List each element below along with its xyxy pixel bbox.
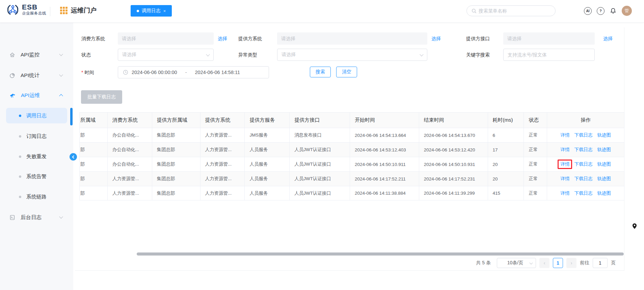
cell-consumer: 人力资源管... <box>108 172 152 186</box>
search-icon <box>472 8 477 14</box>
trace-link[interactable]: 轨迹图 <box>597 176 611 182</box>
chevron-up-icon <box>59 94 63 98</box>
sidebar-collapse-button[interactable] <box>70 153 77 161</box>
tab-call-logs[interactable]: 调用日志 × <box>131 5 172 17</box>
cell-service: JMS服务 <box>245 128 290 142</box>
status-select[interactable]: 请选择 <box>118 49 214 61</box>
bell-icon[interactable] <box>610 7 617 15</box>
sidebar-item-system-alerts[interactable]: 系统告警 <box>0 171 73 182</box>
esb-logo-icon <box>7 4 19 16</box>
provider-system-select-link[interactable]: 选择 <box>431 36 441 41</box>
detail-link[interactable]: 详情 <box>560 132 569 138</box>
sidebar-scrollbar-thumb[interactable] <box>70 108 73 125</box>
detail-link[interactable]: 详情 <box>560 190 569 196</box>
detail-link[interactable]: 详情 <box>560 147 569 153</box>
sidebar-item-retry-failed[interactable]: 失败重发 <box>0 151 73 162</box>
download-log-link[interactable]: 下载日志 <box>574 132 592 138</box>
prev-page-button[interactable]: ‹ <box>539 258 549 268</box>
col-provider-service: 提供方服务 <box>245 113 290 128</box>
col-provider-domain: 提供方所属域 <box>152 113 200 128</box>
consumer-system-select-link[interactable]: 选择 <box>218 36 227 41</box>
download-log-link[interactable]: 下载日志 <box>574 161 592 167</box>
exception-type-placeholder: 请选择 <box>281 52 420 58</box>
provider-api-label: 提供方接口 <box>466 32 490 45</box>
table-row[interactable]: 部 人力资源管... 集团总部 人力资源管... 人员服务 人员JWT认证接口 … <box>80 186 624 200</box>
cell-end: 2024-06-06 14:54:13.670 <box>419 128 488 142</box>
menu-search-input[interactable] <box>479 8 551 14</box>
bullet-dot-icon <box>19 135 21 138</box>
page-number-1[interactable]: 1 <box>553 258 563 268</box>
col-domain: 所属域 <box>80 113 108 128</box>
consumer-system-input[interactable] <box>118 32 214 45</box>
trace-link[interactable]: 轨迹图 <box>597 161 611 167</box>
bullet-dot-icon <box>19 155 21 158</box>
ops-monitor-icon <box>9 92 16 98</box>
cell-provider-system: 人力资源管... <box>200 172 245 186</box>
provider-system-input[interactable] <box>277 32 427 45</box>
sidebar-item-api-ops[interactable]: API运维 <box>0 90 73 101</box>
submenu-label: 系统链路 <box>26 194 47 200</box>
cell-provider-domain: 集团总部 <box>152 157 200 171</box>
sidebar-item-api-monitor[interactable]: API监控 <box>0 49 73 61</box>
status-badge: 正常 <box>524 157 547 171</box>
download-log-link[interactable]: 下载日志 <box>574 176 592 182</box>
cell-domain: 部 <box>80 143 108 157</box>
chevron-down-icon <box>59 52 63 56</box>
detail-link[interactable]: 详情 <box>560 176 569 182</box>
exception-type-select[interactable]: 请选择 <box>277 49 427 61</box>
cell-cost: 415 <box>488 186 524 200</box>
table-row[interactable]: 部 人力资源管... 集团总部 人力资源管... 人员服务 人员JWT认证接口 … <box>80 171 624 186</box>
provider-api-select-link[interactable]: 选择 <box>603 36 613 41</box>
cell-end: 2024-06-06 14:17:52.231 <box>419 172 488 186</box>
page-size-select[interactable]: 10条/页 <box>497 258 536 268</box>
provider-api-input[interactable] <box>503 32 595 45</box>
brand-logo: ESB 企业服务总线 <box>7 3 46 16</box>
download-log-link[interactable]: 下载日志 <box>574 147 592 153</box>
cell-service: 人员服务 <box>245 157 290 171</box>
cell-domain: 部 <box>80 172 108 186</box>
detail-link-highlighted[interactable]: 详情 <box>560 161 569 167</box>
cell-end: 2024-06-06 14:11:39.299 <box>419 186 488 200</box>
next-page-button[interactable]: › <box>566 258 576 268</box>
cell-consumer: 办公自动化... <box>108 143 152 157</box>
table-row[interactable]: 部 办公自动化... 集团总部 人力资源管... 人员服务 人员JWT认证接口 … <box>80 157 624 171</box>
sidebar-item-subscribe-logs[interactable]: 订阅日志 <box>0 130 73 142</box>
cell-start: 2024-06-06 14:17:52.211 <box>350 172 419 186</box>
status-badge: 正常 <box>524 172 547 186</box>
download-log-link[interactable]: 下载日志 <box>574 190 592 196</box>
menu-search[interactable] <box>466 5 556 16</box>
sidebar-item-api-stats[interactable]: API统计 <box>0 70 73 81</box>
submenu-label: 系统告警 <box>26 173 47 180</box>
col-status: 状态 <box>524 113 547 128</box>
keyword-label: 关键字搜索 <box>466 49 490 61</box>
map-pin-icon[interactable] <box>632 223 637 229</box>
cell-provider-domain: 集团总部 <box>152 186 200 200</box>
table-hscrollbar-thumb[interactable] <box>137 252 624 256</box>
time-range-picker[interactable]: 2024-06-06 00:00:00 - 2024-06-06 14:58:1… <box>118 66 269 78</box>
trace-link[interactable]: 轨迹图 <box>597 132 611 138</box>
tab-close-icon[interactable]: × <box>163 8 166 14</box>
goto-page-input[interactable] <box>593 258 608 268</box>
sidebar-item-call-logs[interactable]: 调用日志 <box>0 110 73 121</box>
keyword-input[interactable] <box>503 49 595 61</box>
table-row[interactable]: 部 办公自动化... 集团总部 人力资源管... JMS服务 消息发布接口 20… <box>80 128 624 142</box>
search-button[interactable]: 搜索 <box>310 67 331 77</box>
cell-domain: 部 <box>80 128 108 142</box>
trace-link[interactable]: 轨迹图 <box>597 190 611 196</box>
submenu-label: 调用日志 <box>26 113 47 119</box>
cell-cost: 6 <box>488 128 524 142</box>
cell-end: 2024-06-06 14:50:10.931 <box>419 157 488 171</box>
clear-button[interactable]: 清空 <box>336 67 357 77</box>
cell-provider-system: 人力资源管... <box>200 157 245 171</box>
time-end-value: 2024-06-06 14:58:11 <box>195 70 240 75</box>
sidebar-item-backend-logs[interactable]: 后台日志 <box>0 212 73 223</box>
page-size-value: 10条/页 <box>501 260 530 266</box>
batch-download-button[interactable]: 批量下载日志 <box>81 90 122 104</box>
help-icon[interactable]: ? <box>597 7 605 15</box>
ai-assistant-icon[interactable]: AI <box>584 7 592 15</box>
sidebar-item-system-trace[interactable]: 系统链路 <box>0 191 73 202</box>
table-row[interactable]: 部 办公自动化... 集团总部 人力资源管... 人员服务 人员JWT认证接口 … <box>80 142 624 157</box>
trace-link[interactable]: 轨迹图 <box>597 147 611 153</box>
status-label: 状态 <box>81 49 91 61</box>
user-avatar[interactable]: 管 <box>622 6 632 16</box>
